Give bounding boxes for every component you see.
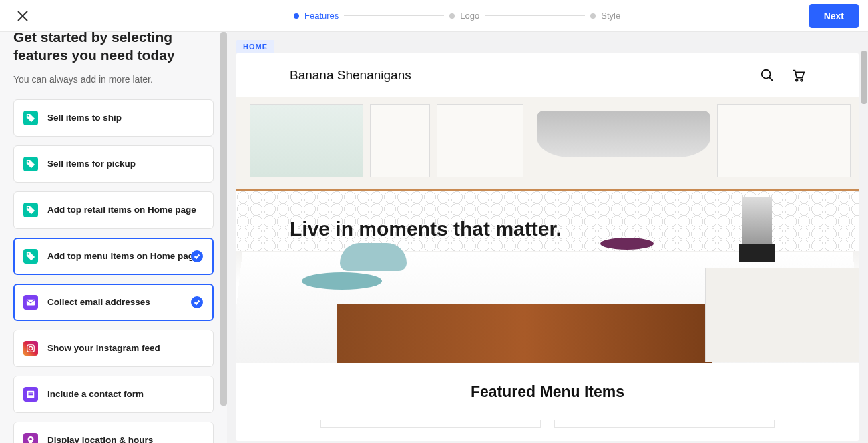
feature-label: Display location & hours [47, 435, 153, 443]
step-style[interactable]: Style [590, 11, 620, 21]
featured-heading: Featured Menu Items [236, 383, 859, 401]
svg-rect-11 [29, 392, 33, 393]
cart-icon[interactable] [791, 68, 805, 83]
step-dot-icon [449, 13, 455, 19]
feature-menu-items-home[interactable]: Add top menu items on Home page [13, 238, 214, 275]
step-logo[interactable]: Logo [449, 11, 479, 21]
feature-contact-form[interactable]: Include a contact form [13, 376, 214, 413]
tag-icon [23, 203, 38, 217]
site-header: Banana Shenanigans [236, 53, 859, 97]
hero-decor [340, 243, 407, 271]
svg-point-13 [29, 438, 32, 440]
svg-rect-6 [27, 299, 35, 305]
svg-point-17 [801, 79, 803, 81]
step-indicator: Features Logo Style [294, 11, 620, 21]
scrollbar-thumb[interactable] [220, 32, 227, 406]
featured-item[interactable] [554, 420, 775, 428]
hero-decor [739, 244, 775, 262]
feature-label: Add top menu items on Home page [47, 251, 199, 261]
page-tag: HOME [236, 40, 274, 53]
feature-label: Sell items for pickup [47, 159, 136, 169]
scrollbar-thumb[interactable] [861, 51, 867, 104]
featured-item[interactable] [320, 420, 541, 428]
svg-point-8 [29, 346, 32, 350]
step-divider [344, 15, 444, 16]
feature-label: Collect email addresses [47, 297, 150, 307]
feature-sell-items-pickup[interactable]: Sell items for pickup [13, 145, 214, 183]
step-divider [485, 15, 585, 16]
feature-instagram-feed[interactable]: Show your Instagram feed [13, 330, 214, 367]
tag-icon [23, 157, 38, 171]
feature-sell-items-ship[interactable]: Sell items to ship [13, 99, 214, 137]
step-dot-icon [294, 13, 299, 19]
feature-label: Sell items to ship [47, 113, 122, 123]
tag-icon [23, 249, 38, 264]
hero-decor [337, 304, 712, 363]
mail-icon [23, 295, 38, 310]
hero-section: Live in moments that matter. [236, 97, 859, 363]
step-label: Features [304, 11, 339, 21]
featured-section: Featured Menu Items [236, 363, 859, 441]
hero-decor [705, 268, 859, 362]
close-icon[interactable] [16, 9, 29, 23]
svg-point-16 [796, 79, 798, 81]
svg-point-5 [27, 253, 29, 254]
hero-decor [302, 272, 382, 290]
svg-point-3 [27, 161, 29, 162]
preview-pane: HOME Banana Shenanigans [227, 32, 868, 443]
feature-label: Show your Instagram feed [47, 343, 160, 353]
next-button[interactable]: Next [809, 4, 859, 28]
step-label: Style [601, 11, 620, 21]
feature-location-hours[interactable]: Display location & hours [13, 422, 214, 443]
instagram-icon [23, 341, 38, 356]
feature-label: Add top retail items on Home page [47, 205, 196, 215]
feature-label: Include a contact form [47, 389, 144, 399]
check-icon [191, 250, 203, 262]
step-features[interactable]: Features [294, 11, 339, 21]
featured-grid [236, 420, 859, 428]
svg-point-9 [33, 345, 34, 346]
site-title: Banana Shenanigans [290, 68, 411, 83]
svg-line-15 [769, 77, 773, 81]
search-icon[interactable] [760, 68, 775, 83]
pin-icon [23, 433, 38, 443]
sidebar-heading: Get started by selecting features you ne… [13, 32, 214, 65]
check-icon [191, 296, 203, 308]
svg-point-14 [762, 70, 771, 79]
svg-rect-12 [29, 394, 33, 395]
main-area: Get started by selecting features you ne… [0, 32, 868, 443]
step-dot-icon [590, 13, 596, 19]
header-icons [760, 68, 805, 83]
topbar: Features Logo Style Next [0, 0, 868, 32]
svg-point-4 [27, 207, 29, 208]
feature-collect-email[interactable]: Collect email addresses [13, 284, 214, 321]
form-icon [23, 387, 38, 402]
tag-icon [23, 111, 38, 125]
svg-point-2 [27, 115, 29, 116]
site-preview: Banana Shenanigans [236, 53, 859, 441]
sidebar-subtext: You can always add in more later. [13, 74, 214, 85]
features-sidebar: Get started by selecting features you ne… [0, 32, 227, 443]
hero-headline: Live in moments that matter. [236, 217, 859, 240]
step-label: Logo [460, 11, 479, 21]
hero-decor [537, 111, 710, 157]
feature-retail-items-home[interactable]: Add top retail items on Home page [13, 191, 214, 229]
